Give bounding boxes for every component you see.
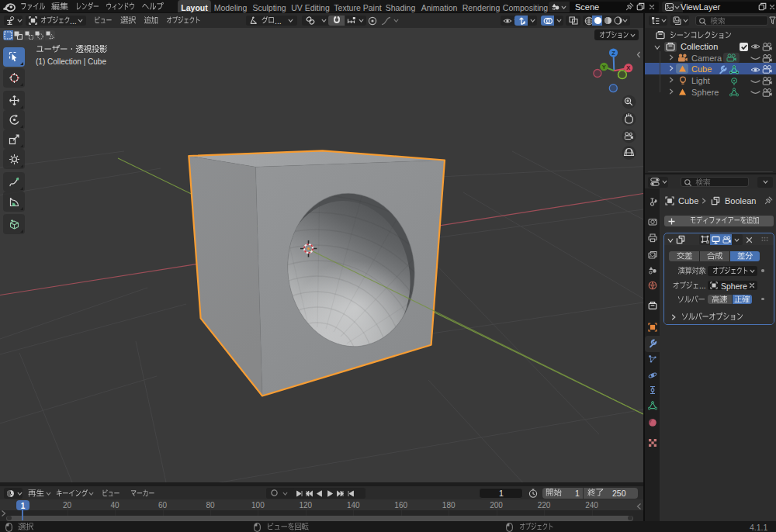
svg-text:Y: Y xyxy=(602,64,606,71)
svg-text:Z: Z xyxy=(611,50,615,57)
svg-text:X: X xyxy=(626,64,630,71)
